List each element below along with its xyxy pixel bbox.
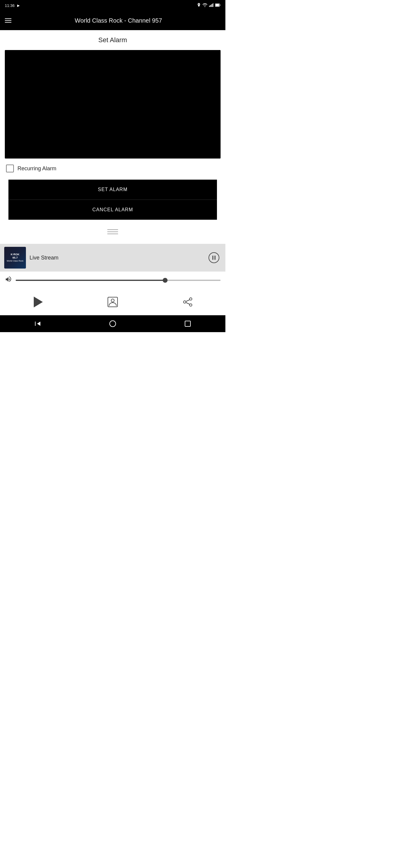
station-logo-text: K·ROK95.7World Class Rock	[7, 253, 24, 262]
now-playing-bar: K·ROK95.7World Class Rock Live Stream	[0, 244, 225, 272]
recurring-alarm-row: Recurring Alarm	[5, 164, 221, 173]
volume-slider-thumb	[163, 278, 167, 283]
volume-icon	[5, 276, 12, 284]
contact-button[interactable]	[103, 292, 122, 312]
location-icon	[197, 3, 201, 8]
svg-rect-3	[212, 4, 213, 7]
drag-handle-lines	[107, 229, 118, 234]
page-title: Set Alarm	[5, 36, 221, 44]
svg-point-12	[190, 304, 192, 306]
main-content: Set Alarm Recurring Alarm SET ALARM CANC…	[0, 30, 225, 244]
status-bar: 11:36 ▶	[0, 0, 225, 11]
svg-rect-1	[210, 5, 211, 7]
play-button[interactable]	[28, 292, 47, 312]
buttons-section: SET ALARM CANCEL ALARM	[8, 180, 217, 220]
svg-rect-0	[209, 6, 210, 7]
nav-recent-icon	[185, 321, 191, 327]
set-alarm-button[interactable]: SET ALARM	[8, 180, 217, 200]
nav-home-button[interactable]	[104, 317, 122, 330]
app-bar-title: World Class Rock - Channel 957	[16, 17, 221, 24]
share-button[interactable]	[178, 292, 197, 312]
nav-back-button[interactable]	[29, 317, 47, 330]
svg-point-10	[190, 298, 192, 300]
nav-recent-button[interactable]	[179, 317, 197, 330]
svg-point-9	[111, 299, 114, 302]
svg-line-14	[186, 303, 190, 304]
now-playing-title: Live Stream	[30, 255, 59, 261]
app-bar: World Class Rock - Channel 957	[0, 11, 225, 30]
svg-point-11	[184, 301, 186, 303]
contact-icon	[106, 296, 119, 309]
nav-bar	[0, 315, 225, 332]
status-bar-right	[197, 3, 221, 8]
svg-rect-7	[216, 4, 219, 6]
svg-rect-2	[211, 4, 212, 7]
cancel-alarm-button[interactable]: CANCEL ALARM	[8, 200, 217, 220]
recurring-alarm-checkbox[interactable]	[6, 164, 14, 173]
volume-slider-fill	[16, 280, 165, 281]
drag-handle	[5, 227, 221, 238]
station-logo: K·ROK95.7World Class Rock	[4, 247, 26, 269]
recurring-alarm-label: Recurring Alarm	[18, 165, 56, 172]
play-status-icon: ▶	[17, 4, 20, 7]
svg-rect-4	[213, 3, 213, 7]
svg-line-13	[186, 300, 190, 302]
signal-icon	[209, 3, 213, 8]
time-display: 11:36	[5, 3, 15, 8]
pause-button[interactable]	[207, 250, 221, 265]
pause-icon	[209, 252, 219, 263]
share-icon	[181, 296, 194, 309]
nav-home-icon	[109, 320, 116, 327]
now-playing-info: Live Stream	[30, 255, 203, 261]
play-icon	[31, 296, 44, 309]
time-picker[interactable]	[5, 50, 221, 158]
volume-slider[interactable]	[16, 280, 221, 281]
status-bar-left: 11:36 ▶	[5, 3, 20, 8]
play-triangle	[34, 297, 43, 307]
wifi-icon	[202, 3, 207, 8]
svg-rect-6	[220, 4, 220, 6]
menu-button[interactable]	[5, 19, 11, 23]
volume-section	[0, 272, 225, 289]
station-logo-inner: K·ROK95.7World Class Rock	[4, 247, 26, 269]
battery-icon	[215, 3, 221, 8]
bottom-controls	[0, 289, 225, 315]
